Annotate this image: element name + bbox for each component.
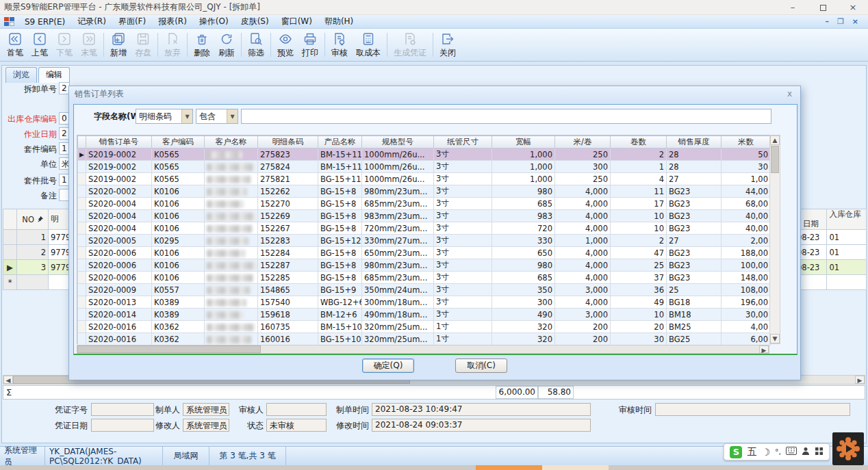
row-selector[interactable] <box>78 173 86 185</box>
night-mode-icon[interactable]: ☽ <box>761 447 770 458</box>
row-selector[interactable] <box>78 235 86 247</box>
toolbar-close-button[interactable]: 关闭 <box>435 30 460 60</box>
row-selector[interactable] <box>78 321 86 333</box>
minimize-button[interactable]: – <box>778 0 808 15</box>
scroll-left-icon[interactable]: ◀ <box>3 376 13 384</box>
sales-order-row[interactable]: S2020-0006K0106152287BG-15+8980mm/23um..… <box>78 259 771 272</box>
recorder-app-icon[interactable] <box>832 432 864 465</box>
sales-order-row[interactable]: S2020-0004K0106152269BG-15+8983mm/23um..… <box>78 210 771 222</box>
soft-keyboard-icon[interactable] <box>786 447 797 457</box>
table-row[interactable]: 08-2301 <box>800 260 867 275</box>
grid-hscroll-thumb[interactable] <box>77 345 261 353</box>
sales-order-row[interactable]: S2020-0006K0106152285BG-15+8685mm/23um..… <box>78 272 771 284</box>
col-5[interactable]: 规格型号 <box>362 136 434 148</box>
col-9[interactable]: 卷数 <box>611 136 667 148</box>
tab-browse[interactable]: 浏览 <box>5 67 37 83</box>
row-selector[interactable] <box>78 210 86 222</box>
col-7[interactable]: 宽幅 <box>492 136 555 148</box>
col-0[interactable]: 销售订单号 <box>86 136 152 148</box>
creator-field[interactable]: 系统管理员 <box>183 403 229 416</box>
mdi-minimize-button[interactable]: – <box>825 17 829 26</box>
row-selector[interactable] <box>78 185 86 198</box>
col-4[interactable]: 产品名称 <box>318 136 362 148</box>
dialog-close-icon[interactable]: x <box>784 89 795 99</box>
col-3[interactable]: 明细条码 <box>258 136 318 148</box>
modifier-field[interactable]: 系统管理员 <box>183 419 229 432</box>
sales-order-row[interactable]: S2020-0004K0106152270BG-15+8685mm/23um..… <box>78 198 771 210</box>
sales-order-row[interactable]: S2020-0002K0106152262BG-15+8980mm/23um..… <box>78 185 771 198</box>
col-11[interactable]: 米数 <box>722 136 771 148</box>
sales-order-row[interactable]: S2019-0002K0565275821BG-15+111000mm/26u.… <box>78 173 771 185</box>
row-selector[interactable] <box>78 222 86 235</box>
sales-order-row[interactable]: S2020-0005K0295152283BG-15+12330mm/27um.… <box>78 235 771 247</box>
modify-time-field[interactable]: 2021-08-24 09:03:37 <box>372 419 591 432</box>
person-icon[interactable] <box>802 447 810 458</box>
menu-skins[interactable]: 皮肤(S) <box>235 14 275 29</box>
menu-records[interactable]: 记录(R) <box>71 14 112 29</box>
row-selector[interactable] <box>78 161 86 173</box>
filter-value-input[interactable] <box>241 109 771 124</box>
sales-order-row[interactable]: S2020-0009K0557154865BG-15+9350mm/24um..… <box>78 284 771 296</box>
toolbar-delete-button[interactable]: 删除 <box>190 30 214 60</box>
row-selector[interactable] <box>78 247 86 259</box>
sales-order-row[interactable]: S2019-0002K0565275824BM-15+111000mm/26u.… <box>78 161 771 173</box>
row-selector[interactable] <box>78 284 86 296</box>
table-row[interactable]: 08-2301 <box>800 245 867 260</box>
auditor-field[interactable] <box>266 403 327 416</box>
sales-order-row[interactable]: S2020-0006K0106152284BG-15+8650mm/23um..… <box>78 247 771 259</box>
menu-help[interactable]: 帮助(H) <box>318 14 359 29</box>
scroll-right-icon[interactable]: ▶ <box>855 376 865 384</box>
grid-vscrollbar[interactable]: ▲ ▼ <box>769 135 780 344</box>
toolbar-audit-button[interactable]: 审核 <box>327 30 352 60</box>
scroll-down-icon[interactable]: ▼ <box>770 334 780 343</box>
cancel-button[interactable]: 取消(C) <box>455 358 507 373</box>
col-1[interactable]: 客户编码 <box>152 136 205 148</box>
field-name-select[interactable]: 明细条码 ▼ <box>136 109 193 124</box>
toolbar-add-button[interactable]: 新增 <box>106 30 131 60</box>
punctuation-icon[interactable]: °, <box>775 447 781 456</box>
create-time-field[interactable]: 2021-08-23 10:49:47 <box>372 403 591 416</box>
row-selector[interactable]: ▶ <box>78 148 86 161</box>
row-selector[interactable] <box>78 259 86 272</box>
vscroll-thumb[interactable] <box>771 146 779 173</box>
col-10[interactable]: 销售厚度 <box>667 136 722 148</box>
sales-order-row[interactable]: S2020-0013K0389157540WBG-12+6300mm/18um.… <box>78 296 771 309</box>
scroll-up-icon[interactable]: ▲ <box>770 135 780 145</box>
menu-reports[interactable]: 报表(R) <box>152 14 193 29</box>
toolbar-cost-button[interactable]: 取成本 <box>352 30 385 60</box>
ok-button[interactable]: 确定(Q) <box>362 358 414 373</box>
menu-operations[interactable]: 操作(O) <box>193 14 235 29</box>
toolbar-filter-button[interactable]: 筛选 <box>244 30 268 60</box>
sales-order-row[interactable]: ▶S2019-0002K0565275823BM-15+111000mm/26u… <box>78 148 771 161</box>
wubi-mode-icon[interactable]: 五 <box>747 446 756 458</box>
row-selector[interactable] <box>78 198 86 210</box>
mdi-restore-button[interactable]: ❐ <box>837 17 844 26</box>
audit-time-field[interactable] <box>655 403 850 416</box>
toolbar-preview-button[interactable]: 预览 <box>273 30 298 60</box>
toolbar-print-button[interactable]: 打印 <box>298 30 322 60</box>
col-2[interactable]: 客户名称 <box>205 136 258 148</box>
operator-select[interactable]: 包含 ▼ <box>196 109 238 124</box>
mdi-close-button[interactable]: × <box>852 17 858 26</box>
row-selector[interactable] <box>78 296 86 309</box>
chevron-down-icon[interactable]: ▼ <box>181 109 192 123</box>
grid-hscrollbar[interactable]: ▶ <box>77 345 769 354</box>
sales-order-row[interactable]: S2020-0014K0389159618BM-12+6490mm/18um..… <box>78 309 771 321</box>
toolbar-first-button[interactable]: 首笔 <box>3 30 27 60</box>
scroll-right-icon[interactable]: ▶ <box>759 345 769 353</box>
toolbox-icon[interactable] <box>815 447 824 458</box>
close-button[interactable]: × <box>838 0 868 15</box>
menu-interface[interactable]: 界面(F) <box>112 14 152 29</box>
menu-s9erp[interactable]: S9 ERP(E) <box>18 16 71 28</box>
col-8[interactable]: 米/卷 <box>555 136 611 148</box>
table-row[interactable] <box>800 275 867 290</box>
menu-window[interactable]: 窗口(W) <box>275 14 318 29</box>
table-row[interactable]: 08-2301 <box>800 230 867 245</box>
chevron-down-icon[interactable]: ▼ <box>227 109 238 123</box>
sales-order-row[interactable]: S2020-0016K0362160735BM-15+10320mm/25um.… <box>78 321 771 333</box>
maximize-button[interactable] <box>808 0 838 15</box>
status-field[interactable]: 未审核 <box>266 419 327 432</box>
sales-order-row[interactable]: S2020-0016K0362160016BG-15+10320mm/25um.… <box>78 333 771 345</box>
tab-edit[interactable]: 编辑 <box>38 67 70 83</box>
sogou-logo-icon[interactable]: S <box>730 446 742 458</box>
